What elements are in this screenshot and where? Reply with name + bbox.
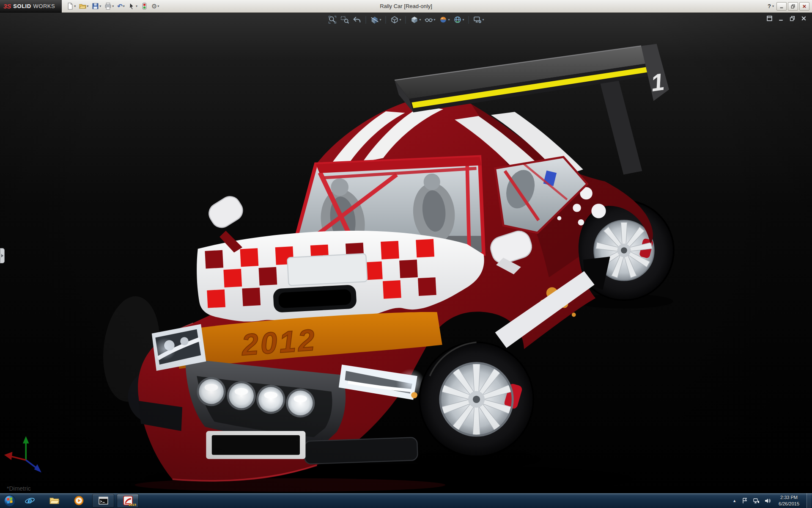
edit-appearance-icon [439,15,448,24]
print-button[interactable]: ▾ [103,1,115,12]
dropdown-arrow-icon: ▾ [399,18,401,22]
restore-icon [789,15,796,22]
rebuild-icon [141,3,148,10]
viewport-canvas[interactable]: 2012 [0,13,812,493]
action-center-flag-icon [741,497,748,504]
dock-window-icon [766,15,773,22]
dropdown-arrow-icon: ▾ [157,5,159,8]
save-icon [92,3,99,10]
clock-date: 6/26/2015 [779,501,799,507]
doc-restore-button[interactable] [788,14,796,22]
dropdown-arrow-icon: ▾ [123,5,125,8]
rebuild-button[interactable] [140,1,149,12]
zoom-to-area-button[interactable] [339,14,350,25]
taskbar: e 2015 ▲ 2:33 PM 6/26/2015 [0,493,812,508]
zoom-to-area-icon [340,15,349,24]
taskbar-item-windows-explorer[interactable] [43,494,65,508]
help-icon: ? [767,3,772,9]
dock-window-button[interactable] [765,14,774,22]
new-document-button[interactable]: ▾ [65,1,77,12]
previous-view-icon [352,15,361,24]
hood-scoop-plinth [287,254,367,286]
dropdown-arrow-icon: ▾ [379,18,381,22]
taskbar-item-command-prompt[interactable] [92,494,114,508]
dropdown-arrow-icon: ▾ [448,18,450,22]
network-icon [753,497,760,504]
apply-scene-icon [453,15,462,24]
graphics-area: 2012 [0,13,812,493]
hide-show-items-icon [424,15,433,24]
view-orientation-button[interactable]: ▾ [389,14,402,25]
lower-mesh-intake [304,437,418,464]
restore-button[interactable] [788,2,798,11]
options-button[interactable]: ⚙▾ [150,1,160,12]
year-decal: 2012 [240,323,318,362]
show-desktop-button[interactable] [807,493,811,508]
taskbar-item-solidworks[interactable]: 2015 [117,494,139,508]
select-cursor-icon [128,3,135,10]
window-controls: ?▾ × [765,1,812,12]
media-player-icon [74,495,84,506]
brand-solid: SOLID [13,3,31,9]
solidworks-year-label: 2015 [129,503,136,507]
minimize-icon [778,15,784,22]
view-settings-button[interactable]: ▾ [472,14,485,25]
windows-start-icon [3,494,16,507]
gear-icon: ⚙ [151,3,157,9]
dropdown-arrow-icon: ▾ [136,5,137,8]
doc-close-button[interactable] [800,14,808,22]
undo-icon: ↶ [117,3,123,9]
apply-scene-button[interactable]: ▾ [453,14,465,25]
solidworks-logo: 3SSOLIDWORKS [0,0,62,13]
save-button[interactable]: ▾ [91,1,102,12]
open-folder-icon [79,3,86,10]
hidden-icons-arrow-icon: ▲ [732,499,736,503]
minimize-button[interactable] [776,2,787,11]
taskbar-clock[interactable]: 2:33 PM 6/26/2015 [775,494,803,507]
rear-wing: 1 [395,44,669,113]
heads-up-view-toolbar: ▾ ▾ ▾ ▾ ▾ ▾ ▾ [327,14,485,25]
dropdown-arrow-icon: ▾ [87,5,88,8]
featuremanager-flyout-tab[interactable] [0,248,5,263]
new-document-icon [66,3,74,10]
volume-icon [764,497,771,504]
close-button[interactable]: × [799,2,809,11]
doc-minimize-button[interactable] [777,14,785,22]
view-orientation-label: *Dimetric [7,485,31,492]
view-orientation-icon [390,15,399,24]
toolbar-separator [385,16,386,24]
network-button[interactable] [752,497,760,505]
front-right-wheel [420,342,533,456]
show-hidden-icons-button[interactable]: ▲ [732,498,737,504]
3ds-logo-icon: 3S [3,3,11,10]
command-prompt-icon [98,495,109,506]
orientation-triad [4,436,41,472]
taskbar-item-media-player[interactable] [68,494,90,508]
dropdown-arrow-icon: ▾ [112,5,114,8]
minimize-icon [779,4,784,9]
dropdown-arrow-icon: ▾ [74,5,76,8]
taskbar-items: e 2015 [19,494,139,508]
internet-explorer-icon: e [25,495,35,506]
dropdown-arrow-icon: ▾ [463,18,464,22]
titlebar: 3SSOLIDWORKS ▾ ▾ ▾ ▾ ↶▾ ▾ ⚙▾ Rally Car [… [0,0,812,13]
help-button[interactable]: ?▾ [765,1,775,12]
select-button[interactable]: ▾ [127,1,139,12]
volume-button[interactable] [764,497,771,505]
toolbar-separator [469,16,469,24]
print-icon [104,3,112,10]
display-style-button[interactable]: ▾ [409,14,422,25]
action-center-button[interactable] [741,497,749,505]
edit-appearance-button[interactable]: ▾ [438,14,451,25]
start-button[interactable] [3,494,17,508]
previous-view-button[interactable] [351,14,362,25]
section-view-button[interactable]: ▾ [369,14,382,25]
open-button[interactable]: ▾ [78,1,90,12]
license-plate [212,435,300,455]
taskbar-item-internet-explorer[interactable]: e [19,494,41,508]
zoom-to-fit-button[interactable] [327,14,337,25]
system-tray: ▲ 2:33 PM 6/26/2015 [732,493,812,508]
hide-show-items-button[interactable]: ▾ [423,14,436,25]
undo-button[interactable]: ↶▾ [116,1,126,12]
restore-icon [790,4,796,9]
